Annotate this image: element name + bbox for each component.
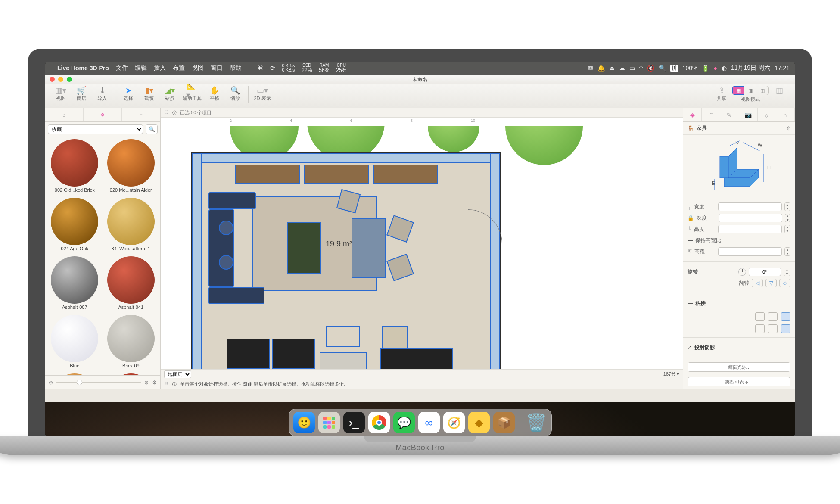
- rotate-dial[interactable]: [738, 268, 746, 276]
- menu-edit[interactable]: 编辑: [135, 64, 147, 72]
- plant[interactable]: [505, 126, 583, 165]
- material-swatch[interactable]: Asphalt-041: [104, 256, 158, 311]
- material-swatch[interactable]: 34_Woo...attern_1: [104, 198, 158, 253]
- floor-level-select[interactable]: 地面层: [164, 370, 191, 378]
- wifi-icon[interactable]: ⌔: [639, 65, 643, 72]
- elevation-input[interactable]: [718, 247, 782, 256]
- snap-option[interactable]: [755, 324, 765, 333]
- toolbar-select[interactable]: ➤选择: [118, 86, 139, 102]
- zoom-out-icon[interactable]: ⊖: [49, 380, 53, 386]
- inspector-section-header[interactable]: 🪑 家具 ⇳: [683, 122, 795, 135]
- tab-project[interactable]: ≡: [122, 108, 160, 121]
- volume-icon[interactable]: 🔇: [647, 65, 654, 72]
- edit-light-button[interactable]: 编辑光源...: [688, 362, 790, 372]
- sofa-section[interactable]: [208, 192, 256, 209]
- tab-building[interactable]: ⌂: [776, 108, 795, 121]
- screen-mirror-icon[interactable]: ▭: [629, 65, 635, 72]
- material-swatch[interactable]: Asphalt-007: [48, 256, 102, 311]
- toolbar-view[interactable]: ▥▾视图: [50, 86, 71, 102]
- gear-icon[interactable]: ⚙︎: [152, 380, 157, 386]
- view-3d-icon[interactable]: ◨: [744, 86, 756, 95]
- menu-file[interactable]: 文件: [116, 64, 128, 72]
- tray-icon[interactable]: ☁︎: [619, 65, 625, 72]
- fullscreen-button[interactable]: [67, 77, 72, 82]
- snap-option[interactable]: [768, 312, 778, 321]
- flip-depth-button[interactable]: ◇: [779, 279, 790, 287]
- material-swatch[interactable]: 024 Age Oak: [48, 198, 102, 253]
- console-table[interactable]: [352, 218, 386, 278]
- width-stepper[interactable]: ▲▼: [784, 202, 791, 211]
- toolbar-import[interactable]: ⤓导入: [92, 86, 112, 102]
- view-mode-segmented[interactable]: ▦ ◨ ◫: [732, 86, 769, 95]
- desk[interactable]: [380, 348, 453, 369]
- window[interactable]: [304, 165, 369, 184]
- snap-option[interactable]: [781, 312, 790, 321]
- battery-icon[interactable]: 🔋: [702, 65, 709, 72]
- menu-view[interactable]: 视图: [192, 64, 204, 72]
- toolbar-zoom[interactable]: 🔍缩放: [225, 86, 246, 102]
- material-category-select[interactable]: 收藏: [48, 124, 143, 134]
- zoom-in-icon[interactable]: ⊕: [144, 380, 149, 386]
- plant[interactable]: [428, 126, 479, 152]
- lock-icon[interactable]: 🔒: [688, 215, 694, 221]
- view-split-icon[interactable]: ◫: [756, 86, 768, 95]
- tab-edit[interactable]: ✎: [720, 108, 739, 121]
- snap-option[interactable]: [781, 324, 790, 333]
- rotate-stepper[interactable]: ▲▼: [784, 268, 790, 276]
- room-outline[interactable]: 19.9 m² 𓃶: [191, 152, 501, 369]
- flip-vertical-button[interactable]: ▽: [765, 279, 777, 287]
- cushion[interactable]: [219, 255, 233, 270]
- toolbar-pan[interactable]: ✋平移: [204, 86, 225, 102]
- toolbar-inspector[interactable]: ▥: [769, 86, 790, 95]
- snap-option[interactable]: [755, 312, 765, 321]
- height-stepper[interactable]: ▲▼: [784, 225, 791, 233]
- menubar-date[interactable]: 11月19日 周六: [731, 64, 770, 72]
- tab-materials[interactable]: ⬚: [702, 108, 720, 121]
- app-name[interactable]: Live Home 3D Pro: [57, 65, 109, 72]
- sync-icon[interactable]: ⟳: [270, 65, 275, 72]
- menu-window[interactable]: 窗口: [211, 64, 223, 72]
- window[interactable]: [235, 165, 300, 184]
- tab-camera[interactable]: 📷: [739, 108, 758, 121]
- tab-materials[interactable]: ❖: [84, 108, 122, 121]
- armchair[interactable]: [382, 326, 408, 352]
- type-representation-button[interactable]: 类型和表示...: [688, 377, 790, 386]
- material-swatch[interactable]: Blue: [48, 315, 102, 370]
- depth-input[interactable]: [719, 214, 782, 222]
- depth-stepper[interactable]: ▲▼: [785, 214, 790, 222]
- slider-thumb[interactable]: [77, 380, 82, 385]
- thumbnail-size-slider[interactable]: ⊖ ⊕ ⚙︎: [45, 375, 160, 389]
- view-2d-icon[interactable]: ▦: [732, 86, 744, 95]
- toolbar-build[interactable]: ▮▾建筑: [139, 86, 159, 102]
- tab-light[interactable]: ☼: [758, 108, 776, 121]
- toolbar-share[interactable]: ⇪共享: [711, 86, 732, 102]
- tray-icon[interactable]: 🔔: [597, 65, 605, 72]
- tray-icon[interactable]: ●: [713, 65, 717, 72]
- antlers-decor[interactable]: 𓃶: [326, 326, 360, 347]
- grip-icon[interactable]: ⠿: [165, 381, 168, 387]
- menu-help[interactable]: 帮助: [230, 64, 242, 72]
- media-cabinet[interactable]: [320, 352, 367, 369]
- grip-icon[interactable]: ⠿: [165, 110, 168, 115]
- tray-icon[interactable]: ⏏︎: [609, 65, 615, 72]
- tab-object[interactable]: ◈: [683, 108, 702, 121]
- toolbar-helpers[interactable]: 📐▾辅助工具: [180, 86, 204, 102]
- toolbar-store[interactable]: 🛒商店: [71, 86, 92, 102]
- floorplan-canvas[interactable]: 19.9 m² 𓃶: [161, 126, 683, 369]
- minimize-button[interactable]: [58, 77, 63, 82]
- tv-unit[interactable]: [272, 339, 315, 369]
- cushion[interactable]: [219, 221, 233, 235]
- menu-insert[interactable]: 插入: [154, 64, 166, 72]
- menu-arrange[interactable]: 布置: [173, 64, 185, 72]
- rotate-input[interactable]: [749, 268, 781, 276]
- material-swatch[interactable]: 002 Old...ked Brick: [48, 139, 102, 194]
- zoom-level[interactable]: 187% ▾: [663, 371, 679, 377]
- tab-library[interactable]: ⌂: [45, 108, 84, 121]
- elevation-stepper[interactable]: ▲▼: [784, 247, 790, 256]
- tray-icon[interactable]: ✉︎: [588, 65, 593, 72]
- close-button[interactable]: [50, 77, 55, 82]
- search-button[interactable]: 🔍: [146, 124, 158, 134]
- toolbar-2d-rep[interactable]: ▭▾2D 表示: [251, 86, 274, 102]
- ime-indicator[interactable]: 拼: [670, 65, 678, 72]
- toolbar-site[interactable]: ◢▾站点: [159, 86, 180, 102]
